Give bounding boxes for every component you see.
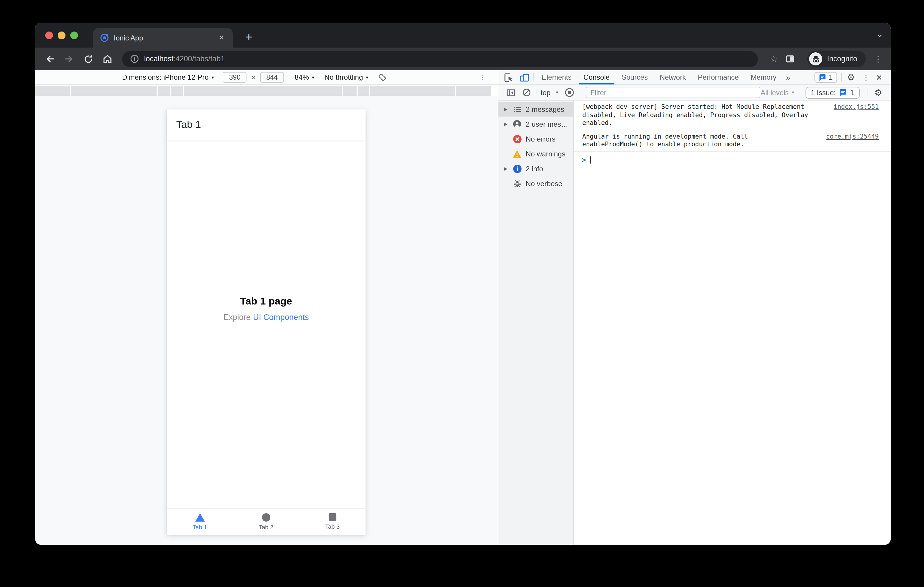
device-width-input[interactable] bbox=[223, 72, 247, 83]
log-levels-value: All levels bbox=[761, 88, 789, 97]
devtools-menu-icon[interactable]: ⋮ bbox=[858, 73, 873, 82]
device-height-input[interactable] bbox=[260, 72, 284, 83]
incognito-label: Incognito bbox=[827, 55, 857, 63]
inspect-element-icon[interactable] bbox=[501, 70, 516, 84]
minimize-window-button[interactable] bbox=[58, 31, 66, 39]
console-log: [webpack-dev-server] Server started: Hot… bbox=[574, 100, 891, 545]
screen: Ionic App ✕ + ⌄ loc bbox=[0, 0, 924, 587]
disclosure-triangle-icon[interactable]: ▶ bbox=[504, 122, 511, 127]
sidebar-item-warnings[interactable]: No warnings bbox=[498, 146, 573, 161]
console-main: ▶ 2 messages ▶ 2 user mes… bbox=[498, 100, 891, 545]
close-tab-icon[interactable]: ✕ bbox=[217, 33, 227, 43]
sidebar-item-info[interactable]: ▶ 2 info bbox=[498, 161, 573, 176]
throttling-value: No throttling bbox=[325, 73, 363, 82]
device-zoom-select[interactable]: 84% ▾ bbox=[295, 73, 314, 82]
disclosure-triangle-icon[interactable]: ▶ bbox=[504, 166, 511, 171]
more-tabs-icon[interactable]: » bbox=[782, 70, 794, 84]
reload-icon[interactable] bbox=[80, 51, 96, 67]
log-levels-select[interactable]: All levels ▾ bbox=[761, 88, 794, 97]
close-devtools-icon[interactable]: ✕ bbox=[873, 73, 886, 82]
triangle-icon bbox=[195, 513, 205, 521]
fullscreen-window-button[interactable] bbox=[70, 31, 78, 39]
sidebar-item-user-messages[interactable]: ▶ 2 user mes… bbox=[498, 117, 573, 132]
bookmark-star-icon[interactable]: ☆ bbox=[770, 54, 778, 64]
emulated-viewport: Tab 1 Tab 1 page ExploreUI Components Ta… bbox=[167, 109, 366, 534]
toggle-console-sidebar-icon[interactable] bbox=[503, 88, 518, 97]
sidebar-item-label: No warnings bbox=[526, 150, 565, 158]
app-tab-3[interactable]: Tab 3 bbox=[299, 508, 366, 534]
browser-tab-strip: Ionic App ✕ + ⌄ bbox=[35, 23, 891, 48]
prompt-chevron-icon: > bbox=[582, 156, 586, 164]
console-source-link[interactable]: index.js:551 bbox=[833, 103, 879, 111]
issues-counter[interactable]: 1 bbox=[815, 72, 837, 83]
sidebar-item-label: 2 messages bbox=[526, 105, 564, 113]
tab-elements[interactable]: Elements bbox=[536, 70, 578, 84]
incognito-badge: Incognito bbox=[808, 51, 866, 67]
warning-icon bbox=[513, 149, 521, 158]
issues-count: 1 bbox=[829, 73, 833, 82]
browser-toolbar: localhost:4200/tabs/tab1 ☆ Incognito bbox=[35, 48, 891, 70]
home-icon[interactable] bbox=[99, 51, 115, 67]
browser-menu-icon[interactable]: ⋮ bbox=[871, 54, 885, 64]
device-toolbar-menu-icon[interactable]: ⋮ bbox=[478, 73, 486, 82]
app-tab-2[interactable]: Tab 2 bbox=[233, 508, 299, 534]
device-emulation-pane: Dimensions: iPhone 12 Pro ▾ × 84% ▾ No t… bbox=[35, 70, 498, 545]
app-tab-label: Tab 3 bbox=[325, 523, 340, 530]
site-info-icon[interactable] bbox=[130, 55, 139, 63]
subtitle-text: Explore bbox=[223, 313, 251, 322]
back-icon[interactable] bbox=[42, 51, 58, 67]
devtools-settings-gear-icon[interactable]: ⚙ bbox=[843, 72, 858, 83]
tab-search-chevron-icon[interactable]: ⌄ bbox=[876, 28, 883, 39]
page-subtitle: ExploreUI Components bbox=[223, 313, 309, 322]
sidebar-item-verbose[interactable]: No verbose bbox=[498, 176, 573, 191]
url-host: localhost bbox=[144, 55, 173, 63]
side-panel-icon[interactable] bbox=[783, 51, 798, 67]
tab-sources[interactable]: Sources bbox=[615, 70, 654, 84]
tab-network[interactable]: Network bbox=[654, 70, 692, 84]
toggle-device-toolbar-icon[interactable] bbox=[516, 70, 532, 84]
device-zoom-value: 84% bbox=[295, 73, 309, 82]
rotate-device-icon[interactable] bbox=[377, 72, 387, 82]
close-window-button[interactable] bbox=[45, 31, 53, 39]
issues-button[interactable]: 1 Issue: 1 bbox=[805, 87, 860, 99]
forward-icon[interactable] bbox=[61, 51, 77, 67]
issues-button-count: 1 bbox=[850, 88, 854, 97]
media-query-bar[interactable] bbox=[35, 85, 498, 96]
clear-console-icon[interactable] bbox=[518, 88, 534, 97]
console-context-select[interactable]: top ▾ bbox=[538, 88, 558, 97]
app-header: Tab 1 bbox=[167, 109, 366, 140]
console-settings-gear-icon[interactable]: ⚙ bbox=[871, 87, 886, 98]
browser-tab-ionic-app[interactable]: Ionic App ✕ bbox=[93, 28, 233, 48]
console-source-link[interactable]: core.mjs:25449 bbox=[826, 132, 879, 140]
text-cursor bbox=[590, 156, 591, 163]
circle-icon bbox=[262, 513, 270, 521]
ui-components-link[interactable]: UI Components bbox=[253, 313, 309, 322]
tab-performance[interactable]: Performance bbox=[692, 70, 744, 84]
console-message: [webpack-dev-server] Server started: Hot… bbox=[574, 100, 891, 130]
times-separator: × bbox=[252, 74, 256, 81]
device-toolbar: Dimensions: iPhone 12 Pro ▾ × 84% ▾ No t… bbox=[35, 70, 498, 85]
tab-console[interactable]: Console bbox=[578, 70, 615, 84]
console-filter-input[interactable] bbox=[586, 87, 761, 98]
live-expression-eye-icon[interactable] bbox=[562, 87, 577, 97]
window-content: Dimensions: iPhone 12 Pro ▾ × 84% ▾ No t… bbox=[35, 70, 891, 545]
disclosure-triangle-icon[interactable]: ▶ bbox=[504, 107, 511, 112]
new-tab-button[interactable]: + bbox=[241, 29, 257, 46]
caret-down-icon: ▾ bbox=[366, 75, 368, 80]
device-select[interactable]: Dimensions: iPhone 12 Pro ▾ bbox=[122, 73, 214, 82]
throttling-select[interactable]: No throttling ▾ bbox=[325, 73, 368, 82]
address-bar[interactable]: localhost:4200/tabs/tab1 bbox=[122, 51, 758, 67]
devtools-controls: 1 ⚙ ⋮ ✕ bbox=[812, 70, 891, 84]
app-page-body: Tab 1 page ExploreUI Components bbox=[167, 140, 366, 508]
ionic-favicon-icon bbox=[100, 33, 109, 42]
sidebar-item-label: 2 user mes… bbox=[526, 120, 568, 128]
user-icon bbox=[513, 120, 521, 128]
device-canvas: Tab 1 Tab 1 page ExploreUI Components Ta… bbox=[35, 96, 498, 545]
console-prompt[interactable]: > bbox=[574, 151, 891, 164]
app-tab-label: Tab 1 bbox=[193, 524, 207, 530]
app-tab-1[interactable]: Tab 1 bbox=[167, 508, 233, 534]
tab-memory[interactable]: Memory bbox=[745, 70, 783, 84]
browser-window: Ionic App ✕ + ⌄ loc bbox=[35, 23, 891, 545]
sidebar-item-messages[interactable]: ▶ 2 messages bbox=[498, 102, 573, 117]
sidebar-item-errors[interactable]: No errors bbox=[498, 132, 573, 146]
